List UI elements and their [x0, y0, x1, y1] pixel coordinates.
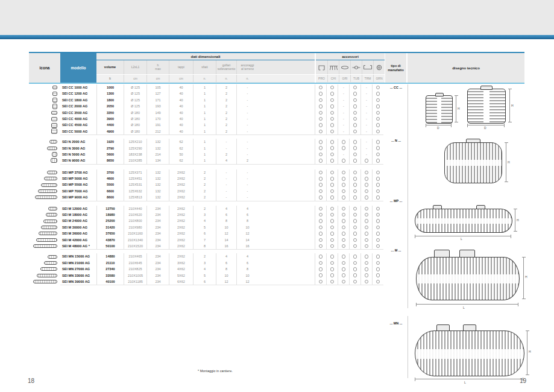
cell-l2xl1: 125X813	[124, 194, 146, 200]
cell-spacer	[258, 151, 315, 157]
cell-sfiati: 1	[193, 84, 216, 90]
cell-tappi: 2X62	[169, 182, 193, 188]
cell-acc-grn	[372, 237, 383, 243]
cell-acc-pro	[315, 188, 326, 194]
accessory-available-ring	[365, 232, 369, 236]
tank-icon	[33, 280, 57, 283]
cell-acc-pro	[315, 157, 326, 163]
cell-golfari: -	[216, 188, 236, 194]
cell-tappi: 40	[169, 97, 193, 103]
table-row: SEI MN 15000 AG14880210X4652342X62244	[29, 253, 383, 259]
cell-spacer	[258, 103, 315, 109]
cell-acc-gri: -	[338, 103, 349, 109]
cell-tappi: 40	[169, 122, 193, 128]
dimension-line	[509, 89, 510, 122]
dimension-label-d: D	[437, 126, 439, 130]
cell-acc-tub	[349, 206, 360, 212]
accessory-available-ring	[342, 207, 346, 211]
cell-model: SEI CC 4000 AG	[60, 116, 96, 122]
cell-acc-pro	[315, 151, 326, 157]
accessory-available-ring	[376, 171, 380, 175]
cell-model: SEI N 5000 AG	[60, 151, 96, 157]
cell-acc-tub	[349, 145, 360, 151]
accessory-available-ring	[353, 244, 357, 248]
cell-acc-pro	[315, 279, 326, 285]
cell-sfiati: 1	[193, 157, 216, 163]
header-modello: modello	[60, 53, 96, 83]
header-tipo-manufatto: tipo di manufatto	[385, 53, 406, 83]
cell-model: SEI M 24000 AG	[60, 218, 96, 224]
product-icon-cell	[29, 175, 60, 182]
cell-tappi: 40	[169, 110, 193, 116]
accessory-available-ring	[376, 98, 380, 103]
cell-acc-chi	[326, 230, 338, 236]
accessory-available-ring	[353, 146, 357, 150]
cell-hmax: 234	[146, 260, 169, 266]
product-icon-cell	[29, 194, 60, 200]
cell-golfari: 16	[216, 243, 236, 249]
dim-col-unit-ancoraggi: n.	[236, 75, 258, 82]
product-icon-cell	[29, 266, 60, 272]
accessory-available-ring	[353, 153, 357, 157]
accessory-available-ring	[376, 189, 380, 194]
mp-tank-drawing	[415, 209, 512, 233]
cell-ancoraggi: -	[236, 182, 258, 188]
cell-hmax: 132	[146, 194, 169, 200]
cell-l2xl1: 210X1185	[124, 279, 146, 285]
cell-l2xl1: 125X451	[124, 175, 146, 182]
cell-volume: 3700	[96, 169, 124, 175]
product-icon-cell	[29, 157, 60, 163]
cell-sfiati: 2	[193, 253, 216, 259]
cell-tappi: 2X62	[169, 206, 193, 212]
cell-sfiati: 3	[193, 212, 216, 218]
cell-l2xl1: 210X440	[124, 206, 146, 212]
dimension-label-h: H	[529, 350, 531, 353]
cell-volume: 6600	[96, 188, 124, 194]
cell-acc-grn	[372, 151, 383, 157]
cell-tappi: 40	[169, 84, 193, 90]
accessory-available-ring	[376, 183, 380, 187]
cell-acc-grn	[372, 260, 383, 266]
accessory-available-ring	[353, 183, 357, 187]
cell-golfari: -	[216, 194, 236, 200]
cell-acc-chi	[326, 279, 338, 285]
accessory-available-ring	[319, 92, 323, 96]
product-icon-cell	[29, 206, 60, 212]
cell-spacer	[258, 194, 315, 200]
cell-model: SEI M 30000 AG	[60, 224, 96, 230]
accessory-available-ring	[342, 273, 346, 277]
cell-acc-grn	[372, 188, 383, 194]
accessory-available-ring	[376, 86, 380, 90]
accessory-available-ring	[330, 213, 335, 217]
grn-icon	[373, 60, 385, 74]
cell-acc-tub	[349, 194, 360, 200]
cell-hmax: 191	[146, 122, 169, 128]
cell-acc-chi	[326, 182, 338, 188]
accessory-available-ring	[342, 244, 346, 248]
cell-acc-trm	[360, 230, 372, 236]
accessory-labels-row: PROCHIGRITUBTRMGRN	[316, 74, 385, 82]
cell-sfiati: 1	[193, 139, 216, 145]
cell-acc-gri: -	[338, 151, 349, 157]
cell-golfari: 10	[216, 273, 236, 279]
accessory-available-ring	[330, 130, 335, 134]
cell-acc-tub	[349, 122, 360, 128]
cell-acc-pro	[315, 194, 326, 200]
accessory-col-label-grn: GRN	[373, 75, 385, 82]
cell-acc-trm	[360, 175, 372, 182]
cc-large-tank-drawing	[467, 89, 506, 124]
cell-acc-pro	[315, 230, 326, 236]
dimension-line	[416, 304, 518, 305]
cell-sfiati: 8	[193, 243, 216, 249]
cell-acc-grn	[372, 90, 383, 96]
cell-hmax: 132	[146, 169, 169, 175]
cell-acc-chi	[326, 151, 338, 157]
accessory-available-ring	[353, 261, 357, 265]
cell-acc-chi	[326, 260, 338, 266]
product-icon-cell	[29, 188, 60, 194]
accessory-available-ring	[353, 177, 357, 181]
accessory-available-ring	[365, 238, 369, 242]
dim-col-unit-volume: lt	[96, 75, 124, 82]
cell-sfiati: 1	[193, 145, 216, 151]
accessory-available-ring	[376, 195, 380, 200]
